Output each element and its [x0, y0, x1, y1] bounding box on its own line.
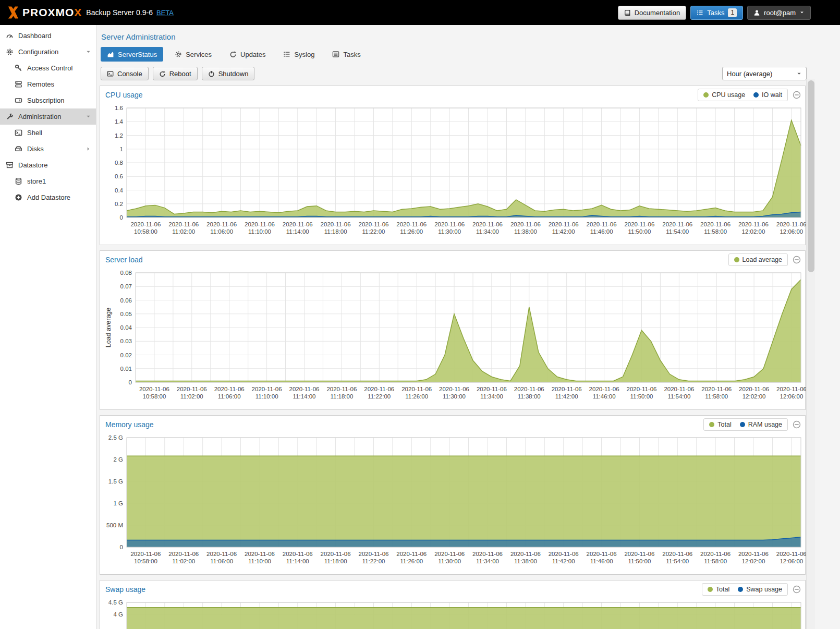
collapse-panel-icon[interactable]	[793, 91, 801, 99]
tab-tasks[interactable]: Tasks	[326, 47, 367, 62]
reboot-button[interactable]: Reboot	[153, 67, 198, 80]
expander-caret-down-icon[interactable]	[86, 114, 91, 119]
svg-text:2020-11-06: 2020-11-06	[739, 386, 769, 392]
svg-text:2020-11-06: 2020-11-06	[283, 551, 313, 557]
svg-text:12:02:00: 12:02:00	[742, 228, 765, 235]
legend-item: Total	[708, 586, 729, 593]
svg-text:12:06:00: 12:06:00	[780, 558, 803, 564]
svg-text:11:38:00: 11:38:00	[514, 558, 537, 564]
series-0	[127, 120, 801, 217]
top-header: PROXMOX Backup Server 0.9-6 BETA Documen…	[0, 0, 840, 25]
svg-text:10:58:00: 10:58:00	[143, 393, 166, 400]
expander-caret-down-icon[interactable]	[86, 49, 91, 55]
console-button[interactable]: Console	[101, 67, 149, 80]
sidebar-item-datastore[interactable]: Datastore	[0, 157, 96, 173]
svg-text:2020-11-06: 2020-11-06	[434, 551, 465, 557]
brand-name: PROXMOX	[22, 6, 82, 19]
svg-text:0.04: 0.04	[120, 324, 132, 331]
svg-text:0.01: 0.01	[120, 366, 132, 372]
vertical-scrollbar[interactable]	[806, 79, 815, 629]
svg-text:2020-11-06: 2020-11-06	[514, 386, 544, 392]
svg-text:10:58:00: 10:58:00	[134, 228, 157, 235]
sidebar-item-administration[interactable]: Administration	[0, 108, 96, 125]
svg-text:1: 1	[120, 146, 123, 152]
tasks-button[interactable]: Tasks 1	[690, 6, 743, 20]
terminal-icon	[107, 70, 114, 77]
svg-text:2020-11-06: 2020-11-06	[359, 551, 389, 557]
gears-icon	[6, 48, 14, 56]
svg-text:2020-11-06: 2020-11-06	[776, 551, 807, 557]
expander-caret-right-icon[interactable]	[86, 146, 91, 152]
svg-text:2020-11-06: 2020-11-06	[245, 551, 275, 557]
svg-text:0.03: 0.03	[120, 338, 132, 344]
timeframe-select[interactable]: Hour (average)	[722, 67, 807, 80]
svg-text:2020-11-06: 2020-11-06	[396, 551, 427, 557]
user-menu-button[interactable]: root@pam	[747, 6, 811, 20]
tab-services[interactable]: Services	[168, 47, 218, 62]
tab-bar: ServerStatus Services Updates Syslog Tas…	[101, 47, 840, 62]
beta-link[interactable]: BETA	[156, 9, 174, 17]
shutdown-button[interactable]: Shutdown	[202, 67, 255, 80]
svg-text:2020-11-06: 2020-11-06	[321, 221, 351, 227]
chart-legend: TotalSwap usage	[702, 583, 788, 596]
svg-text:11:50:00: 11:50:00	[628, 558, 651, 564]
documentation-button[interactable]: Documentation	[618, 6, 686, 20]
svg-text:2020-11-06: 2020-11-06	[510, 551, 541, 557]
terminal-icon	[15, 129, 22, 137]
legend-item: Total	[709, 421, 731, 428]
chart-canvas: 00.20.40.60.811.21.41.62020-11-0610:58:0…	[102, 104, 807, 241]
svg-text:11:02:00: 11:02:00	[172, 228, 195, 235]
svg-text:12:02:00: 12:02:00	[742, 393, 766, 400]
series-color-dot	[734, 257, 739, 262]
svg-text:2020-11-06: 2020-11-06	[589, 386, 619, 392]
sidebar-item-access-control[interactable]: Access Control	[0, 60, 96, 76]
svg-text:2020-11-06: 2020-11-06	[283, 221, 313, 227]
svg-text:2020-11-06: 2020-11-06	[624, 551, 654, 557]
refresh-icon	[229, 51, 237, 58]
svg-text:11:02:00: 11:02:00	[172, 558, 195, 564]
sidebar-item-add-datastore[interactable]: Add Datastore	[0, 189, 96, 205]
panel-tools: Load average	[728, 253, 801, 266]
svg-text:1.4: 1.4	[115, 118, 124, 125]
svg-text:11:54:00: 11:54:00	[667, 393, 690, 400]
sidebar-item-subscription[interactable]: Subscription	[0, 92, 96, 108]
series-color-dot	[738, 587, 743, 592]
tab-updates[interactable]: Updates	[223, 47, 272, 62]
svg-text:0.06: 0.06	[120, 297, 132, 304]
legend-item: RAM usage	[740, 421, 782, 428]
svg-text:2020-11-06: 2020-11-06	[587, 551, 617, 557]
plus-circle-icon	[15, 193, 22, 201]
svg-text:2020-11-06: 2020-11-06	[326, 386, 357, 392]
cpu-usage-panel: CPU usage CPU usageIO wait 00.20.40.60.8…	[100, 86, 806, 245]
panel-header: Memory usage TotalRAM usage	[100, 416, 805, 433]
gridlines	[127, 108, 801, 217]
sidebar-item-dashboard[interactable]: Dashboard	[0, 28, 96, 44]
sidebar-item-remotes[interactable]: Remotes	[0, 76, 96, 92]
collapse-panel-icon[interactable]	[793, 420, 801, 429]
svg-text:2020-11-06: 2020-11-06	[776, 221, 807, 227]
tab-serverstatus[interactable]: ServerStatus	[101, 47, 163, 62]
product-name: Backup Server 0.9-6	[86, 8, 153, 17]
svg-text:0.08: 0.08	[120, 270, 132, 276]
collapse-panel-icon[interactable]	[793, 585, 801, 594]
chart-legend: CPU usageIO wait	[698, 89, 788, 101]
tab-syslog[interactable]: Syslog	[277, 47, 321, 62]
svg-text:2020-11-06: 2020-11-06	[359, 221, 389, 227]
sidebar-item-disks[interactable]: Disks	[0, 141, 96, 157]
svg-text:11:06:00: 11:06:00	[218, 393, 241, 400]
svg-text:11:22:00: 11:22:00	[368, 393, 391, 400]
collapse-panel-icon[interactable]	[793, 256, 801, 264]
svg-text:2020-11-06: 2020-11-06	[245, 221, 275, 227]
svg-text:0.2: 0.2	[115, 201, 123, 207]
panel-tools: TotalSwap usage	[702, 583, 801, 596]
svg-text:2020-11-06: 2020-11-06	[206, 551, 237, 557]
svg-text:2020-11-06: 2020-11-06	[776, 386, 807, 392]
proxmox-x-icon	[7, 6, 19, 19]
cpu-usage-chart: 00.20.40.60.811.21.41.62020-11-0610:58:0…	[100, 104, 805, 245]
svg-text:2020-11-06: 2020-11-06	[701, 386, 732, 392]
legend-item: CPU usage	[703, 91, 745, 99]
scrollbar-thumb[interactable]	[808, 80, 814, 272]
sidebar-item-store1[interactable]: store1	[0, 173, 96, 189]
sidebar-item-configuration[interactable]: Configuration	[0, 44, 96, 60]
sidebar-item-shell[interactable]: Shell	[0, 125, 96, 141]
